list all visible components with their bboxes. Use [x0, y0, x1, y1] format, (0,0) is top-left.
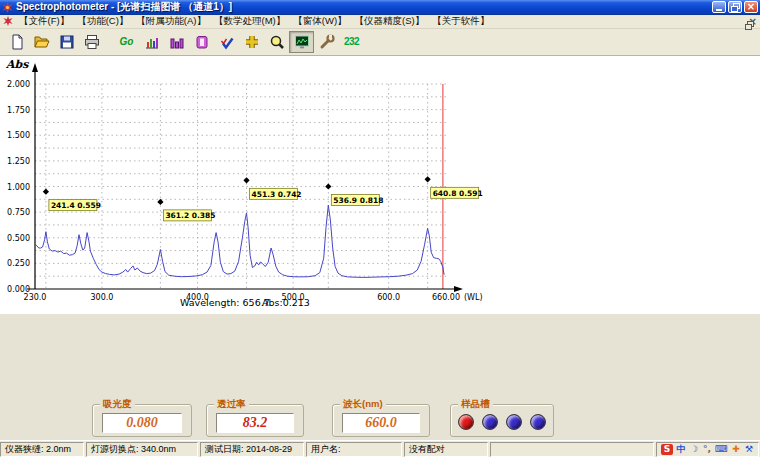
cell-holder-icon	[194, 34, 210, 50]
status-empty	[490, 442, 654, 457]
menu-accessory[interactable]: 【附属功能(A)】	[132, 15, 210, 28]
menu-math[interactable]: 【数学处理(M)】	[210, 15, 289, 28]
transmittance-value-box: 83.2	[216, 413, 294, 433]
sample-cell-4[interactable]	[530, 414, 546, 430]
sample-cell-indicators	[451, 414, 553, 430]
sample-cell-1[interactable]	[458, 414, 474, 430]
scan-view-button[interactable]	[289, 31, 314, 53]
quantitative-button[interactable]	[164, 31, 189, 53]
print-button[interactable]	[79, 31, 104, 53]
status-lamp-switch: 灯源切换点: 340.0nm	[86, 442, 198, 457]
open-folder-icon	[34, 34, 50, 50]
rs232-icon: 232	[344, 36, 359, 47]
printer-icon	[84, 34, 100, 50]
svg-text:0.750: 0.750	[7, 208, 30, 217]
title-bar: Spectrophotometer - [光谱扫描图谱 （通道1）] ×	[0, 0, 760, 15]
svg-text:1.000: 1.000	[7, 182, 30, 191]
status-username: 用户名:	[306, 442, 402, 457]
svg-text:230.0: 230.0	[24, 293, 47, 302]
absorbance-label: 吸光度	[100, 398, 135, 411]
workspace-background	[0, 314, 760, 397]
menu-bar: 【文件(F)】 【功能(C)】 【附属功能(A)】 【数学处理(M)】 【窗体(…	[0, 15, 760, 29]
save-button[interactable]	[54, 31, 79, 53]
svg-text:451.3 0.742: 451.3 0.742	[252, 189, 302, 198]
menu-file[interactable]: 【文件(F)】	[15, 15, 73, 28]
sample-cell-label: 样品槽	[458, 398, 493, 411]
system-tray: S 中 ☽ °, ⌨ ✚ ⚒	[656, 442, 759, 457]
sample-cell-button[interactable]	[189, 31, 214, 53]
sample-cell-3[interactable]	[506, 414, 522, 430]
menu-precision[interactable]: 【仪器精度(S)】	[351, 15, 429, 28]
punctuation-icon[interactable]: °,	[702, 444, 712, 455]
magnifier-icon	[269, 34, 285, 50]
svg-text:2.000: 2.000	[7, 80, 30, 89]
svg-text:(WL): (WL)	[464, 293, 483, 302]
wrench-icon	[319, 34, 335, 50]
mdi-window-controls: ×	[741, 16, 757, 27]
lang-chinese-icon[interactable]: 中	[676, 444, 686, 455]
sample-cell-group: 样品槽	[450, 404, 554, 437]
transmittance-group: 透过率 83.2	[206, 404, 304, 437]
svg-text:660.00: 660.00	[432, 293, 460, 302]
energy-scan-button[interactable]	[139, 31, 164, 53]
svg-text:241.4 0.559: 241.4 0.559	[51, 201, 101, 210]
toolbox-icon[interactable]: ✚	[731, 444, 741, 455]
scan-screen-icon	[294, 34, 310, 50]
setup-button[interactable]	[314, 31, 339, 53]
svg-text:Abs:0.213: Abs:0.213	[262, 297, 310, 308]
go-icon: Go	[120, 36, 134, 47]
app-icon	[2, 2, 13, 13]
crosshair-button[interactable]	[239, 31, 264, 53]
save-floppy-icon	[59, 34, 75, 50]
menu-about[interactable]: 【关于软件】	[428, 15, 493, 28]
svg-text:361.2 0.385: 361.2 0.385	[165, 211, 215, 220]
chart-area: 0.0000.2500.5000.7501.0001.2501.5001.750…	[0, 56, 760, 314]
new-button[interactable]	[4, 31, 29, 53]
readout-panel: 吸光度 0.080 透过率 83.2 波长(nm) 660.0 样品槽	[0, 397, 760, 440]
restore-button[interactable]	[728, 1, 742, 13]
svg-text:0.250: 0.250	[7, 259, 30, 268]
zoom-button[interactable]	[264, 31, 289, 53]
app-window: Spectrophotometer - [光谱扫描图谱 （通道1）] × 【文件…	[0, 0, 760, 457]
comm-232-button[interactable]: 232	[339, 31, 364, 53]
status-pairing: 没有配对	[404, 442, 488, 457]
spectrum-chart[interactable]: 0.0000.2500.5000.7501.0001.2501.5001.750…	[0, 56, 760, 314]
absorbance-group: 吸光度 0.080	[92, 404, 192, 437]
sample-cell-2[interactable]	[482, 414, 498, 430]
svg-text:1.500: 1.500	[7, 131, 30, 140]
fullwidth-moon-icon[interactable]: ☽	[689, 444, 699, 455]
close-button[interactable]: ×	[744, 1, 758, 13]
svg-text:640.8 0.591: 640.8 0.591	[433, 188, 483, 197]
histogram-icon	[144, 34, 160, 50]
purple-bars-icon	[169, 34, 185, 50]
svg-text:1.250: 1.250	[7, 156, 30, 165]
menu-function[interactable]: 【功能(C)】	[73, 15, 132, 28]
soft-keyboard-icon[interactable]: ⌨	[715, 444, 728, 455]
settings-wrench-icon[interactable]: ⚒	[744, 444, 754, 455]
go-button[interactable]: Go	[114, 31, 139, 53]
document-icon	[3, 16, 13, 26]
checkmark-icon	[219, 34, 235, 50]
open-button[interactable]	[29, 31, 54, 53]
status-slit: 仪器狭缝: 2.0nm	[0, 442, 84, 457]
new-file-icon	[9, 34, 25, 50]
wavelength-group: 波长(nm) 660.0	[332, 404, 430, 437]
transmittance-value: 83.2	[243, 415, 268, 431]
transmittance-label: 透过率	[214, 398, 249, 411]
svg-text:300.0: 300.0	[90, 293, 113, 302]
svg-text:0.500: 0.500	[7, 233, 30, 242]
status-bar: 仪器狭缝: 2.0nm 灯源切换点: 340.0nm 测试日期: 2014-08…	[0, 440, 760, 457]
wavelength-value-box: 660.0	[342, 413, 420, 433]
ime-logo-icon[interactable]: S	[661, 444, 673, 455]
menu-window[interactable]: 【窗体(W)】	[289, 15, 350, 28]
svg-text:600.0: 600.0	[377, 293, 400, 302]
minimize-button[interactable]	[712, 1, 726, 13]
svg-text:536.9 0.818: 536.9 0.818	[333, 196, 383, 205]
window-title: Spectrophotometer - [光谱扫描图谱 （通道1）]	[16, 0, 712, 14]
window-controls: ×	[712, 1, 758, 13]
svg-text:Wavelength: 656.7: Wavelength: 656.7	[180, 297, 270, 308]
wavelength-value: 660.0	[365, 415, 397, 431]
absorbance-value: 0.080	[126, 415, 158, 431]
absorbance-value-box: 0.080	[102, 413, 182, 433]
verify-button[interactable]	[214, 31, 239, 53]
